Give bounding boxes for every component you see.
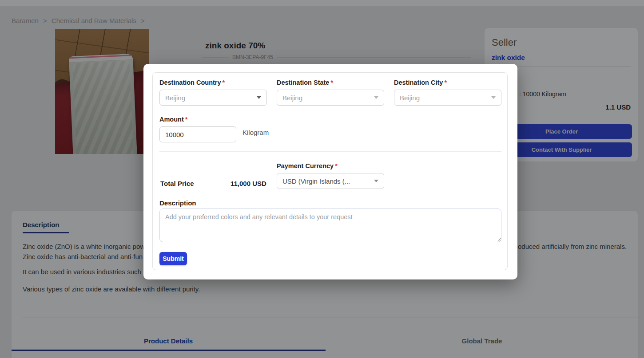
destination-country-select[interactable]: Beijing	[159, 90, 267, 106]
chevron-down-icon	[374, 180, 378, 182]
required-asterisk: *	[330, 79, 333, 86]
destination-state-value: Beijing	[282, 94, 370, 102]
field-amount: Amount*	[159, 116, 236, 142]
payment-currency-value: USD (Virgin Islands (...	[282, 177, 370, 185]
order-modal: Destination Country* Beijing Destination…	[143, 64, 517, 279]
field-destination-state: Destination State* Beijing	[277, 79, 384, 106]
destination-country-label: Destination Country*	[159, 79, 267, 88]
destination-state-select[interactable]: Beijing	[277, 90, 384, 106]
description-textarea[interactable]	[159, 209, 501, 242]
destination-state-label: Destination State*	[277, 79, 384, 88]
field-destination-country: Destination Country* Beijing	[159, 79, 267, 106]
chevron-down-icon	[374, 96, 378, 99]
destination-city-value: Beijing	[400, 94, 488, 102]
destination-city-select[interactable]: Beijing	[394, 90, 501, 106]
chevron-down-icon	[491, 96, 496, 99]
destination-country-value: Beijing	[165, 94, 253, 102]
submit-button[interactable]: Submit	[159, 252, 187, 265]
required-asterisk: *	[185, 116, 188, 123]
required-asterisk: *	[223, 79, 225, 86]
field-payment-currency: Payment Currency* USD (Virgin Islands (.…	[277, 162, 384, 189]
amount-unit-label: Kilogram	[242, 129, 269, 136]
page: Baramen > Chemical and Raw Materials > z…	[0, 0, 644, 358]
total-price-value: 11,000 USD	[231, 180, 266, 187]
field-destination-city: Destination City* Beijing	[394, 79, 501, 106]
payment-currency-label: Payment Currency*	[277, 162, 384, 171]
order-form: Destination Country* Beijing Destination…	[152, 72, 508, 270]
amount-input[interactable]	[159, 126, 236, 142]
destination-city-label: Destination City*	[394, 79, 501, 88]
payment-currency-select[interactable]: USD (Virgin Islands (...	[277, 173, 384, 189]
description-field-label: Description	[159, 199, 196, 207]
required-asterisk: *	[444, 79, 447, 86]
chevron-down-icon	[257, 96, 261, 99]
total-price-label: Total Price	[160, 180, 194, 187]
amount-label: Amount*	[159, 116, 236, 125]
required-asterisk: *	[335, 162, 338, 169]
form-divider	[159, 151, 501, 152]
